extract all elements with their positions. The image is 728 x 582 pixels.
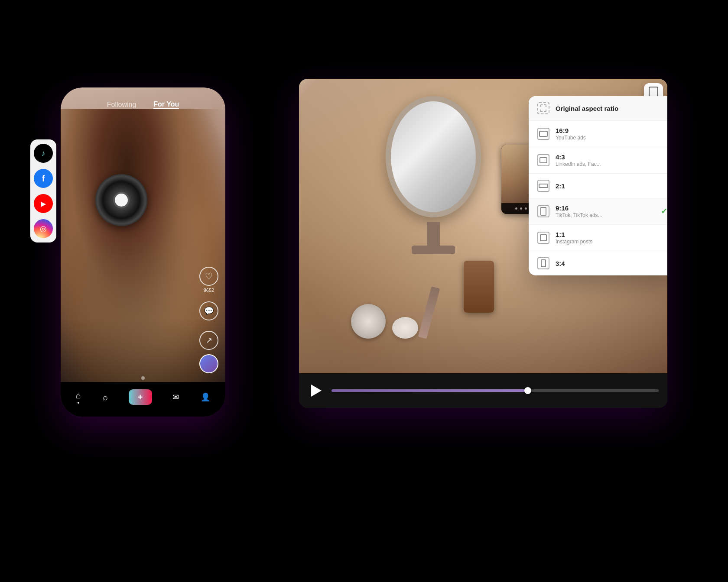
- creator-avatar[interactable]: [199, 354, 218, 373]
- play-button[interactable]: [308, 382, 325, 399]
- aspect-icon-2-1: [537, 180, 549, 192]
- video-progress-bar[interactable]: [332, 389, 659, 392]
- nav-profile[interactable]: 👤: [201, 392, 210, 402]
- social-icon-youtube[interactable]: ▶: [34, 194, 53, 213]
- like-button[interactable]: ♡ 9652: [199, 267, 218, 293]
- nav-create[interactable]: +: [130, 390, 151, 404]
- like-count: 9652: [204, 288, 214, 293]
- aspect-ratio-9-16-label: 9:16: [556, 204, 655, 212]
- social-icon-facebook[interactable]: f: [34, 169, 53, 188]
- share-button[interactable]: ↗: [199, 331, 218, 352]
- tab-for-you[interactable]: For You: [153, 100, 179, 109]
- video-progress-dot: [141, 376, 145, 380]
- phone-header: Following For You: [61, 87, 225, 113]
- social-icon-tiktok[interactable]: ♪: [34, 144, 53, 163]
- aspect-check-icon: ✓: [661, 207, 667, 216]
- aspect-icon-original: [537, 102, 549, 114]
- social-sidebar: ♪ f ▶ ◎: [30, 139, 56, 242]
- aspect-ratio-16-9-label: 16:9: [556, 127, 667, 134]
- aspect-option-4-3[interactable]: 4:3 LinkedIn ads, Fac...: [529, 147, 667, 174]
- editor-panel: 9:16 ♪: [299, 79, 667, 408]
- play-triangle-icon: [311, 385, 322, 397]
- aspect-ratio-1-1-label: 1:1: [556, 231, 667, 238]
- aspect-option-original[interactable]: Original aspect ratio: [529, 96, 667, 121]
- aspect-option-9-16[interactable]: 9:16 TikTok, TikTok ads... ✓: [529, 198, 667, 225]
- aspect-ratio-3-4-label: 3:4: [556, 260, 667, 267]
- aspect-labels-4-3: 4:3 LinkedIn ads, Fac...: [556, 153, 667, 167]
- aspect-labels-2-1: 2:1: [556, 182, 667, 190]
- aspect-labels-1-1: 1:1 Instagram posts: [556, 231, 667, 245]
- aspect-icon-9-16: [537, 205, 549, 217]
- makeup-products: [351, 287, 433, 339]
- makeup-compact: [351, 304, 386, 339]
- mirror: [386, 96, 481, 217]
- nav-search[interactable]: ⌕: [103, 392, 108, 402]
- progress-fill: [332, 389, 528, 392]
- aspect-icon-16-9: [537, 128, 549, 140]
- makeup-jar: [392, 317, 418, 339]
- phone-side-icons: ♡ 9652 💬 ↗: [199, 267, 218, 352]
- nav-home[interactable]: ⌂: [76, 391, 81, 404]
- aspect-icon-3-4: [537, 257, 549, 269]
- main-scene: Following For You ♡ 9652 💬: [61, 53, 667, 529]
- aspect-ratio-9-16-sub: TikTok, TikTok ads...: [556, 212, 655, 218]
- aspect-ratio-16-9-sub: YouTube ads: [556, 135, 667, 141]
- progress-handle[interactable]: [524, 387, 531, 394]
- aspect-ratio-1-1-sub: Instagram posts: [556, 239, 667, 245]
- aspect-option-1-1[interactable]: 1:1 Instagram posts: [529, 225, 667, 251]
- aspect-ratio-panel: Original aspect ratio 16:9 YouTube ads: [529, 96, 667, 275]
- phone-mockup: Following For You ♡ 9652 💬: [61, 87, 225, 417]
- aspect-option-16-9[interactable]: 16:9 YouTube ads: [529, 121, 667, 147]
- wooden-holder: [464, 261, 494, 313]
- aspect-labels-original: Original aspect ratio: [556, 105, 667, 112]
- aspect-icon-1-1: [537, 232, 549, 244]
- editor-controls: [299, 373, 667, 408]
- tab-following[interactable]: Following: [107, 101, 136, 109]
- aspect-option-2-1[interactable]: 2:1: [529, 174, 667, 198]
- aspect-labels-9-16: 9:16 TikTok, TikTok ads...: [556, 204, 655, 218]
- aspect-ratio-4-3-label: 4:3: [556, 153, 667, 161]
- aspect-ratio-4-3-sub: LinkedIn ads, Fac...: [556, 161, 667, 167]
- aspect-labels-16-9: 16:9 YouTube ads: [556, 127, 667, 141]
- aspect-icon-4-3: [537, 154, 549, 166]
- social-icon-instagram[interactable]: ◎: [34, 219, 53, 238]
- aspect-ratio-2-1-label: 2:1: [556, 182, 667, 190]
- nav-inbox[interactable]: ✉: [172, 392, 179, 402]
- aspect-option-3-4[interactable]: 3:4: [529, 251, 667, 275]
- comment-button[interactable]: 💬: [199, 301, 218, 322]
- phone-bottom-bar: ⌂ ⌕ + ✉ 👤: [61, 382, 225, 417]
- aspect-ratio-original-label: Original aspect ratio: [556, 105, 667, 112]
- aspect-labels-3-4: 3:4: [556, 260, 667, 267]
